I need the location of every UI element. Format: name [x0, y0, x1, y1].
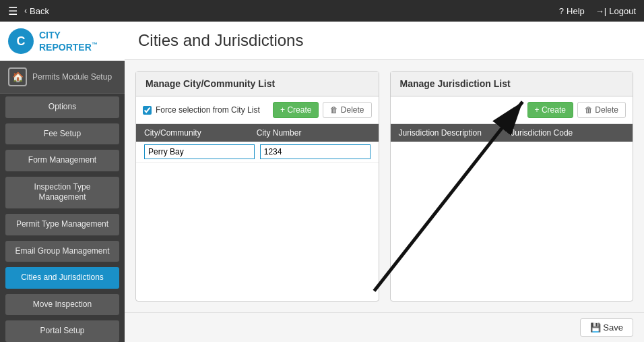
sidebar-item-move-inspection[interactable]: Move Inspection: [5, 294, 119, 316]
module-icon: 🏠: [8, 67, 27, 86]
jurisdiction-panel-toolbar: + Create 🗑 Delete: [391, 96, 633, 124]
jurisdiction-panel-header: Manage Jurisdiction List: [391, 72, 633, 96]
jurisdiction-panel: Manage Jurisdiction List + Create 🗑 Dele…: [390, 71, 634, 302]
city-col-city: City/Community: [141, 128, 254, 138]
city-delete-button[interactable]: 🗑 Delete: [323, 102, 371, 118]
module-label: Permits Module Setup: [32, 72, 112, 82]
logo-name: CITYREPORTER™: [39, 30, 98, 53]
jurisdiction-table-header: Jurisdiction Description Jurisdiction Co…: [391, 124, 633, 142]
sidebar-item-form-management[interactable]: Form Management: [5, 150, 119, 171]
jurisdiction-col-description: Jurisdiction Description: [396, 128, 509, 138]
city-panel-body: [136, 142, 379, 301]
sidebar-item-portal-setup[interactable]: Portal Setup: [5, 320, 119, 342]
page-title: Cities and Jurisdictions: [138, 31, 631, 50]
save-button[interactable]: 💾 Save: [580, 318, 633, 337]
sidebar-logo: C CITYREPORTER™: [0, 22, 125, 61]
city-number-input[interactable]: [260, 144, 371, 159]
content-header: Cities and Jurisdictions: [125, 22, 644, 60]
city-panel-toolbar: Force selection from City List + Create …: [136, 96, 379, 124]
logo-text: CITYREPORTER™: [39, 30, 98, 53]
city-row-number[interactable]: [257, 144, 373, 159]
city-row-city[interactable]: [141, 144, 257, 159]
jurisdiction-panel-body: [391, 142, 633, 301]
city-panel-header: Manage City/Community List: [136, 72, 379, 96]
sidebar-item-fee-setup[interactable]: Fee Setup: [5, 123, 119, 145]
top-nav-right: ? Help →| Logout: [559, 6, 636, 16]
force-selection-checkbox[interactable]: [143, 106, 152, 115]
sidebar-item-options[interactable]: Options: [5, 96, 119, 118]
logo-icon: C: [8, 28, 34, 54]
sidebar: C CITYREPORTER™ 🏠 Permits Module Setup O…: [0, 22, 125, 342]
top-navbar: ☰ ‹ Back ? Help →| Logout: [0, 0, 644, 22]
city-name-input[interactable]: [144, 144, 255, 159]
top-nav-left: ☰ ‹ Back: [8, 5, 49, 18]
jurisdiction-panel-toolbar-right: + Create 🗑 Delete: [527, 102, 626, 118]
content-body: Manage City/Community List Force selecti…: [125, 60, 644, 312]
city-create-button[interactable]: + Create: [273, 102, 319, 118]
sidebar-item-cities-and-jurisdictions[interactable]: Cities and Jurisdictions: [5, 267, 119, 289]
city-panel: Manage City/Community List Force selecti…: [135, 71, 379, 302]
sidebar-item-permit-type-management[interactable]: Permit Type Management: [5, 214, 119, 235]
force-selection-text: Force selection from City List: [156, 105, 260, 115]
back-chevron-icon: ‹: [24, 6, 27, 16]
back-button[interactable]: ‹ Back: [24, 6, 49, 16]
hamburger-icon[interactable]: ☰: [8, 5, 18, 18]
jurisdiction-create-button[interactable]: + Create: [527, 102, 573, 118]
logout-button[interactable]: →| Logout: [595, 6, 636, 16]
back-label: Back: [30, 6, 49, 16]
jurisdiction-delete-button[interactable]: 🗑 Delete: [577, 102, 626, 118]
content-footer: 💾 Save: [125, 312, 644, 342]
sidebar-item-email-group-management[interactable]: Email Group Management: [5, 241, 119, 262]
main-layout: C CITYREPORTER™ 🏠 Permits Module Setup O…: [0, 22, 644, 342]
sidebar-item-inspection-type-management[interactable]: Inspection Type Management: [5, 177, 119, 208]
help-button[interactable]: ? Help: [559, 6, 585, 16]
force-selection-label[interactable]: Force selection from City List: [143, 105, 260, 115]
help-icon: ?: [559, 6, 564, 16]
city-col-number: City Number: [254, 128, 366, 138]
city-table-header: City/Community City Number: [136, 124, 379, 142]
logout-icon: →|: [595, 6, 606, 16]
jurisdiction-col-code: Jurisdiction Code: [508, 128, 620, 138]
content-area: Cities and Jurisdictions Manage City/Com…: [125, 22, 644, 342]
city-table-row: [136, 142, 379, 163]
city-panel-toolbar-right: + Create 🗑 Delete: [273, 102, 371, 118]
sidebar-module: 🏠 Permits Module Setup: [0, 61, 125, 94]
